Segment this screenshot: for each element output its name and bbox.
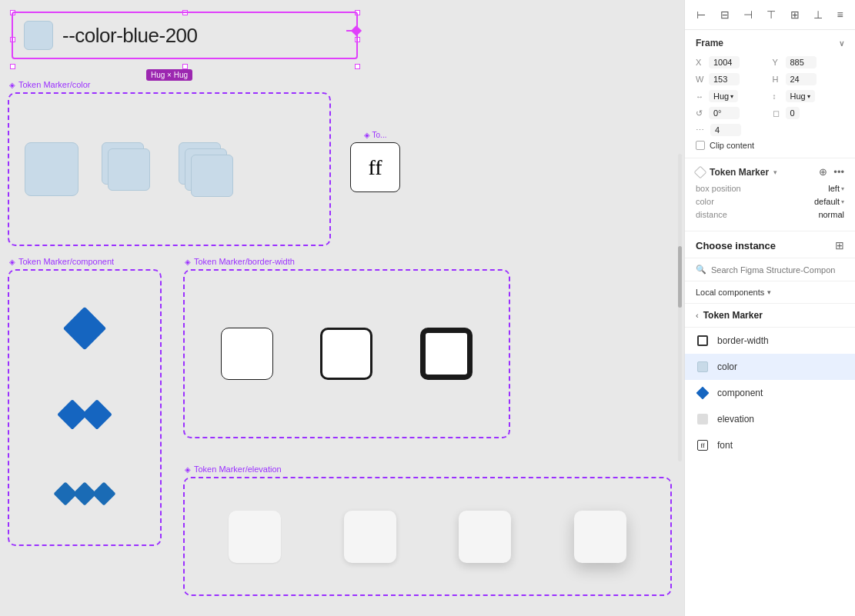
section-border-width: ◈ Token Marker/border-width — [183, 269, 510, 438]
resize-handle-bl[interactable] — [10, 64, 15, 69]
instance-elevation-label: elevation — [717, 414, 754, 425]
box-position-value[interactable]: left ▾ — [828, 184, 844, 193]
font-token[interactable]: ◈ To... ff — [350, 131, 400, 192]
scroll-thumb[interactable] — [678, 246, 682, 308]
instance-item-font[interactable]: ff font — [685, 432, 855, 458]
color-swatch — [24, 21, 53, 50]
resize-handle-br[interactable] — [355, 64, 360, 69]
clip-label: Clip content — [710, 141, 754, 150]
distance-text: normal — [818, 210, 844, 219]
hug-y-dropdown[interactable]: Hug ▾ — [786, 90, 815, 102]
distribute-icon[interactable]: ≡ — [835, 6, 846, 23]
clip-row: Clip content — [696, 141, 844, 150]
grid-view-icon[interactable]: ⊞ — [835, 239, 844, 251]
rotation-field[interactable]: ↺ 0° — [696, 107, 768, 119]
search-input[interactable] — [711, 265, 844, 275]
component-diamond-triple[interactable] — [57, 485, 112, 502]
elevation-sq-4[interactable] — [574, 511, 626, 563]
section-component-label: ◈ Token Marker/component — [9, 257, 114, 266]
color-prop-text: default — [814, 197, 840, 206]
local-components-row[interactable]: Local components ▾ — [685, 281, 855, 304]
border-sq-medium[interactable] — [320, 328, 372, 380]
box-position-chevron-icon: ▾ — [841, 185, 844, 192]
corner-value[interactable]: 0 — [786, 107, 800, 119]
diamond-blue-tiny-3 — [92, 481, 115, 505]
section-elevation-text: Token Marker/elevation — [194, 464, 282, 474]
hug-x-field[interactable]: ↔ Hug ▾ — [696, 90, 768, 102]
border-width-icon-shape — [697, 335, 708, 346]
elevation-sq-3[interactable] — [459, 511, 511, 563]
instance-font-icon: ff — [696, 438, 710, 452]
resize-handle-bm[interactable] — [182, 64, 188, 69]
distance-value[interactable]: normal — [818, 210, 844, 219]
align-center-v-icon[interactable]: ⊞ — [788, 6, 802, 23]
back-arrow-icon[interactable]: ‹ — [696, 311, 699, 320]
instance-item-color[interactable]: color — [685, 354, 855, 380]
frame-label: --color-blue-200 — [62, 24, 198, 48]
color-token-double[interactable] — [102, 142, 155, 196]
h-field[interactable]: H 24 — [773, 73, 845, 85]
hug-x-label: ↔ — [696, 92, 706, 101]
x-value[interactable]: 1004 — [709, 56, 740, 68]
hug-x-dropdown[interactable]: Hug ▾ — [709, 90, 738, 102]
rotation-value[interactable]: 0° — [709, 107, 740, 119]
clip-checkbox[interactable] — [696, 141, 705, 150]
align-left-icon[interactable]: ⊢ — [694, 6, 708, 23]
section-component: ◈ Token Marker/component — [8, 269, 162, 546]
choose-instance-title: Choose instance — [696, 240, 776, 251]
color-icon-shape — [697, 361, 708, 372]
align-top-icon[interactable]: ⊤ — [764, 6, 778, 23]
hug-y-chevron-icon: ▾ — [807, 93, 810, 100]
h-label: H — [773, 75, 783, 84]
corner-field[interactable]: ◻ 0 — [773, 107, 845, 119]
component-diamond-double[interactable] — [62, 404, 108, 425]
right-panel: ⊢ ⊟ ⊣ ⊤ ⊞ ⊥ ≡ Frame ∨ X 1004 Y 885 — [684, 0, 855, 616]
token-marker-nav-row: ‹ Token Marker — [685, 304, 855, 328]
elevation-sq-1[interactable] — [229, 511, 281, 563]
y-value[interactable]: 885 — [786, 56, 817, 68]
section-border-diamond-icon: ◈ — [185, 258, 191, 266]
align-bottom-icon[interactable]: ⊥ — [811, 6, 825, 23]
x-field[interactable]: X 1004 — [696, 56, 768, 68]
search-icon: 🔍 — [696, 265, 706, 275]
instance-item-border-width[interactable]: border-width — [685, 328, 855, 354]
frame-connector — [346, 27, 360, 35]
plugin-focus-icon[interactable]: ⊕ — [819, 166, 827, 178]
elevation-sq-2[interactable] — [344, 511, 396, 563]
color-token-triple[interactable] — [179, 142, 232, 196]
frame-chevron-icon[interactable]: ∨ — [839, 39, 844, 48]
choose-instance-header: Choose instance ⊞ — [685, 231, 855, 258]
scrollbar[interactable] — [678, 154, 682, 461]
border-sq-thick[interactable] — [420, 328, 473, 380]
local-components-chevron-icon: ▾ — [767, 288, 771, 296]
font-token-text: To... — [372, 131, 387, 139]
plugin-more-icon[interactable]: ••• — [833, 166, 844, 178]
h-value[interactable]: 24 — [786, 73, 817, 85]
component-diamond-single[interactable] — [69, 313, 100, 344]
w-value[interactable]: 153 — [709, 73, 740, 85]
dot-label-icon: ⋯ — [696, 125, 704, 135]
local-components-label: Local components — [696, 288, 764, 297]
color-prop-value[interactable]: default ▾ — [814, 197, 844, 206]
plugin-name-chevron-icon[interactable]: ▾ — [773, 168, 777, 176]
distance-label: distance — [696, 210, 727, 219]
border-sq-thin[interactable] — [221, 328, 273, 380]
hug-y-field[interactable]: ↕ Hug ▾ — [773, 90, 845, 102]
y-label: Y — [773, 58, 783, 67]
section-color-label: ◈ Token Marker/color — [9, 80, 91, 89]
instance-item-elevation[interactable]: elevation — [685, 406, 855, 432]
xy-row: X 1004 Y 885 — [696, 56, 844, 68]
align-center-h-icon[interactable]: ⊟ — [718, 6, 732, 23]
dot-value[interactable]: 4 — [710, 124, 741, 136]
color-token-single[interactable] — [25, 142, 78, 196]
token-marker-nav-label: Token Marker — [703, 310, 763, 321]
box-position-label: box position — [696, 184, 741, 193]
selected-frame[interactable]: --color-blue-200 — [12, 12, 358, 59]
plugin-section: Token Marker ▾ ⊕ ••• box position left ▾… — [685, 158, 855, 231]
plugin-header: Token Marker ▾ ⊕ ••• — [696, 166, 844, 178]
section-border-label: ◈ Token Marker/border-width — [185, 257, 295, 266]
align-right-icon[interactable]: ⊣ — [741, 6, 755, 23]
w-field[interactable]: W 153 — [696, 73, 768, 85]
y-field[interactable]: Y 885 — [773, 56, 845, 68]
instance-item-component[interactable]: component — [685, 380, 855, 406]
